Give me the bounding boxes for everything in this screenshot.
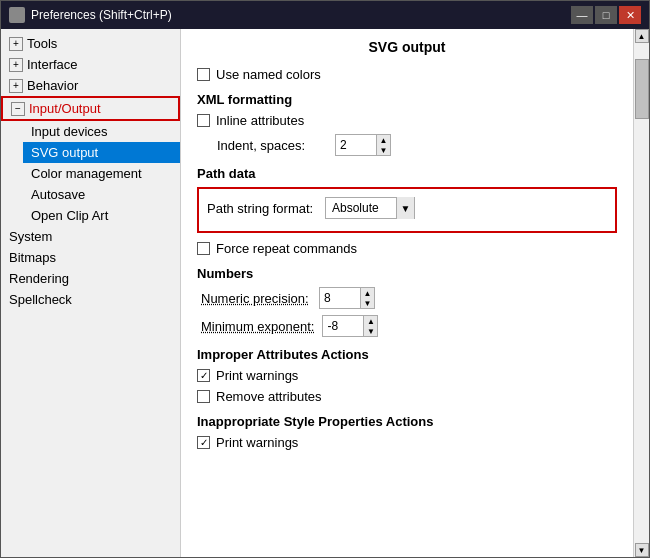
inappropriate-style-header: Inappropriate Style Properties Actions — [197, 414, 617, 429]
sidebar-label-spellcheck: Spellcheck — [9, 292, 72, 307]
minimize-button[interactable]: — — [571, 6, 593, 24]
path-string-format-label: Path string format: — [207, 201, 317, 216]
minimum-exponent-arrows: ▲ ▼ — [363, 316, 377, 336]
sidebar-label-tools: Tools — [27, 36, 57, 51]
use-named-colors-label: Use named colors — [216, 67, 321, 82]
numbers-header: Numbers — [197, 266, 617, 281]
minimum-exponent-label: Minimum exponent: — [201, 319, 314, 334]
content-panel: SVG output Use named colors XML formatti… — [181, 29, 633, 557]
improper-attributes-header: Improper Attributes Actions — [197, 347, 617, 362]
content-area: SVG output Use named colors XML formatti… — [181, 29, 633, 557]
sidebar-item-color-management[interactable]: Color management — [23, 163, 180, 184]
expand-icon-input-output: − — [11, 102, 25, 116]
title-bar: Preferences (Shift+Ctrl+P) — □ ✕ — [1, 1, 649, 29]
scrollbar[interactable]: ▲ ▼ — [633, 29, 649, 557]
sidebar-label-input-devices: Input devices — [31, 124, 108, 139]
sidebar-item-system[interactable]: System — [1, 226, 180, 247]
sidebar-item-autosave[interactable]: Autosave — [23, 184, 180, 205]
exponent-down-button[interactable]: ▼ — [363, 326, 377, 336]
sidebar-item-input-devices[interactable]: Input devices — [23, 121, 180, 142]
force-repeat-commands-checkbox[interactable] — [197, 242, 210, 255]
improper-print-warnings-label: Print warnings — [216, 368, 298, 383]
sidebar-label-open-clip-art: Open Clip Art — [31, 208, 108, 223]
sidebar-label-behavior: Behavior — [27, 78, 78, 93]
exponent-up-button[interactable]: ▲ — [363, 316, 377, 326]
remove-attributes-row: Remove attributes — [197, 389, 617, 404]
force-repeat-commands-row: Force repeat commands — [197, 241, 617, 256]
sidebar-item-spellcheck[interactable]: Spellcheck — [1, 289, 180, 310]
numeric-precision-arrows: ▲ ▼ — [360, 288, 374, 308]
inappropriate-print-warnings-label: Print warnings — [216, 435, 298, 450]
minimum-exponent-input[interactable] — [323, 316, 363, 336]
improper-print-warnings-row: Print warnings — [197, 368, 617, 383]
inline-attributes-checkbox[interactable] — [197, 114, 210, 127]
inappropriate-print-warnings-checkbox[interactable] — [197, 436, 210, 449]
indent-arrows: ▲ ▼ — [376, 135, 390, 155]
window-title: Preferences (Shift+Ctrl+P) — [31, 8, 571, 22]
xml-formatting-header: XML formatting — [197, 92, 617, 107]
inline-attributes-label: Inline attributes — [216, 113, 304, 128]
path-data-header: Path data — [197, 166, 617, 181]
sidebar-item-rendering[interactable]: Rendering — [1, 268, 180, 289]
numeric-up-button[interactable]: ▲ — [360, 288, 374, 298]
indent-up-button[interactable]: ▲ — [376, 135, 390, 145]
main-content: + Tools + Interface + Behavior − Input/O… — [1, 29, 649, 557]
improper-print-warnings-checkbox[interactable] — [197, 369, 210, 382]
path-string-format-row: Path string format: Absolute ▼ — [207, 197, 607, 219]
minimum-exponent-row: Minimum exponent: ▲ ▼ — [197, 315, 617, 337]
sidebar-item-interface[interactable]: + Interface — [1, 54, 180, 75]
window-icon — [9, 7, 25, 23]
scroll-down-button[interactable]: ▼ — [635, 543, 649, 557]
select-arrow-icon: ▼ — [396, 197, 414, 219]
indent-spaces-input[interactable] — [336, 135, 376, 155]
numeric-precision-input[interactable] — [320, 288, 360, 308]
numeric-down-button[interactable]: ▼ — [360, 298, 374, 308]
expand-icon-behavior: + — [9, 79, 23, 93]
remove-attributes-label: Remove attributes — [216, 389, 322, 404]
indent-down-button[interactable]: ▼ — [376, 145, 390, 155]
numeric-precision-spinbox[interactable]: ▲ ▼ — [319, 287, 375, 309]
inline-attributes-row: Inline attributes — [197, 113, 617, 128]
sidebar-label-interface: Interface — [27, 57, 78, 72]
force-repeat-commands-label: Force repeat commands — [216, 241, 357, 256]
window-controls: — □ ✕ — [571, 6, 641, 24]
sidebar-label-autosave: Autosave — [31, 187, 85, 202]
indent-spaces-row: Indent, spaces: ▲ ▼ — [197, 134, 617, 156]
sidebar-label-svg-output: SVG output — [31, 145, 98, 160]
maximize-button[interactable]: □ — [595, 6, 617, 24]
expand-icon-tools: + — [9, 37, 23, 51]
sidebar-item-input-output[interactable]: − Input/Output — [1, 96, 180, 121]
path-data-box: Path string format: Absolute ▼ — [197, 187, 617, 233]
sidebar-label-color-management: Color management — [31, 166, 142, 181]
indent-spaces-spinbox[interactable]: ▲ ▼ — [335, 134, 391, 156]
scroll-thumb[interactable] — [635, 59, 649, 119]
remove-attributes-checkbox[interactable] — [197, 390, 210, 403]
path-string-format-select[interactable]: Absolute ▼ — [325, 197, 415, 219]
use-named-colors-row: Use named colors — [197, 67, 617, 82]
path-string-format-value: Absolute — [326, 201, 396, 215]
scroll-up-button[interactable]: ▲ — [635, 29, 649, 43]
numeric-precision-label: Numeric precision: — [201, 291, 311, 306]
indent-spaces-label: Indent, spaces: — [217, 138, 327, 153]
preferences-window: Preferences (Shift+Ctrl+P) — □ ✕ + Tools… — [0, 0, 650, 558]
inappropriate-print-warnings-row: Print warnings — [197, 435, 617, 450]
sidebar-item-behavior[interactable]: + Behavior — [1, 75, 180, 96]
close-button[interactable]: ✕ — [619, 6, 641, 24]
sidebar-item-tools[interactable]: + Tools — [1, 33, 180, 54]
expand-icon-interface: + — [9, 58, 23, 72]
sidebar: + Tools + Interface + Behavior − Input/O… — [1, 29, 181, 557]
sidebar-label-system: System — [9, 229, 52, 244]
sidebar-label-input-output: Input/Output — [29, 101, 101, 116]
sidebar-item-svg-output[interactable]: SVG output — [23, 142, 180, 163]
sidebar-label-bitmaps: Bitmaps — [9, 250, 56, 265]
use-named-colors-checkbox[interactable] — [197, 68, 210, 81]
numeric-precision-row: Numeric precision: ▲ ▼ — [197, 287, 617, 309]
sidebar-item-bitmaps[interactable]: Bitmaps — [1, 247, 180, 268]
panel-title: SVG output — [197, 39, 617, 55]
sidebar-item-open-clip-art[interactable]: Open Clip Art — [23, 205, 180, 226]
sidebar-label-rendering: Rendering — [9, 271, 69, 286]
minimum-exponent-spinbox[interactable]: ▲ ▼ — [322, 315, 378, 337]
